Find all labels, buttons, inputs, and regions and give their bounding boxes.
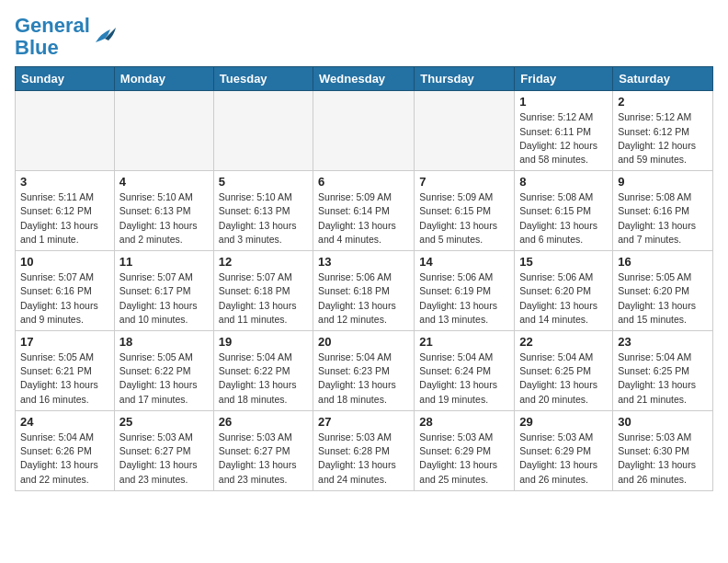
day-number: 4 — [119, 175, 209, 189]
calendar-cell: 21Sunrise: 5:04 AM Sunset: 6:24 PM Dayli… — [415, 331, 515, 411]
calendar-week-row: 1Sunrise: 5:12 AM Sunset: 6:11 PM Daylig… — [16, 91, 713, 171]
day-number: 25 — [119, 415, 209, 429]
calendar-cell: 12Sunrise: 5:07 AM Sunset: 6:18 PM Dayli… — [213, 251, 313, 331]
calendar-cell: 7Sunrise: 5:09 AM Sunset: 6:15 PM Daylig… — [415, 171, 515, 251]
calendar-cell: 24Sunrise: 5:04 AM Sunset: 6:26 PM Dayli… — [16, 410, 115, 490]
calendar-cell: 6Sunrise: 5:09 AM Sunset: 6:14 PM Daylig… — [313, 171, 415, 251]
weekday-header: Sunday — [16, 67, 115, 91]
day-number: 12 — [219, 255, 308, 269]
day-number: 17 — [20, 335, 109, 349]
day-info: Sunrise: 5:04 AM Sunset: 6:24 PM Dayligh… — [419, 350, 509, 407]
day-info: Sunrise: 5:07 AM Sunset: 6:17 PM Dayligh… — [119, 270, 209, 327]
day-info: Sunrise: 5:06 AM Sunset: 6:19 PM Dayligh… — [419, 270, 509, 327]
calendar-cell — [114, 91, 213, 171]
day-number: 15 — [519, 255, 608, 269]
calendar-cell: 1Sunrise: 5:12 AM Sunset: 6:11 PM Daylig… — [515, 91, 613, 171]
calendar-cell — [213, 91, 313, 171]
day-info: Sunrise: 5:09 AM Sunset: 6:14 PM Dayligh… — [318, 190, 409, 247]
day-info: Sunrise: 5:10 AM Sunset: 6:13 PM Dayligh… — [119, 190, 209, 247]
day-number: 10 — [20, 255, 109, 269]
day-number: 16 — [618, 255, 708, 269]
day-number: 13 — [318, 255, 409, 269]
calendar-cell: 17Sunrise: 5:05 AM Sunset: 6:21 PM Dayli… — [16, 331, 115, 411]
calendar-cell — [313, 91, 415, 171]
calendar-header-row: SundayMondayTuesdayWednesdayThursdayFrid… — [16, 67, 713, 91]
day-number: 24 — [20, 415, 109, 429]
day-number: 14 — [419, 255, 509, 269]
calendar-cell: 11Sunrise: 5:07 AM Sunset: 6:17 PM Dayli… — [114, 251, 213, 331]
calendar-cell: 8Sunrise: 5:08 AM Sunset: 6:15 PM Daylig… — [515, 171, 613, 251]
calendar-cell: 4Sunrise: 5:10 AM Sunset: 6:13 PM Daylig… — [114, 171, 213, 251]
day-info: Sunrise: 5:12 AM Sunset: 6:11 PM Dayligh… — [519, 110, 608, 167]
logo-bird-icon — [92, 26, 118, 48]
day-info: Sunrise: 5:07 AM Sunset: 6:16 PM Dayligh… — [20, 270, 109, 327]
calendar-cell: 22Sunrise: 5:04 AM Sunset: 6:25 PM Dayli… — [515, 331, 613, 411]
day-info: Sunrise: 5:08 AM Sunset: 6:16 PM Dayligh… — [618, 190, 708, 247]
weekday-header: Saturday — [613, 67, 713, 91]
weekday-header: Friday — [515, 67, 613, 91]
page-header: GeneralBlue — [15, 15, 713, 59]
day-number: 11 — [119, 255, 209, 269]
calendar-cell — [415, 91, 515, 171]
day-info: Sunrise: 5:09 AM Sunset: 6:15 PM Dayligh… — [419, 190, 509, 247]
day-info: Sunrise: 5:04 AM Sunset: 6:25 PM Dayligh… — [519, 350, 608, 407]
day-number: 3 — [20, 175, 109, 189]
day-info: Sunrise: 5:06 AM Sunset: 6:20 PM Dayligh… — [519, 270, 608, 327]
day-number: 20 — [318, 335, 409, 349]
day-info: Sunrise: 5:08 AM Sunset: 6:15 PM Dayligh… — [519, 190, 608, 247]
logo-text: GeneralBlue — [15, 15, 90, 59]
weekday-header: Tuesday — [213, 67, 313, 91]
day-info: Sunrise: 5:10 AM Sunset: 6:13 PM Dayligh… — [219, 190, 308, 247]
day-info: Sunrise: 5:06 AM Sunset: 6:18 PM Dayligh… — [318, 270, 409, 327]
calendar-week-row: 3Sunrise: 5:11 AM Sunset: 6:12 PM Daylig… — [16, 171, 713, 251]
day-number: 2 — [618, 95, 708, 109]
calendar-cell: 18Sunrise: 5:05 AM Sunset: 6:22 PM Dayli… — [114, 331, 213, 411]
calendar-cell: 15Sunrise: 5:06 AM Sunset: 6:20 PM Dayli… — [515, 251, 613, 331]
day-number: 29 — [519, 415, 608, 429]
day-number: 22 — [519, 335, 608, 349]
calendar-cell: 5Sunrise: 5:10 AM Sunset: 6:13 PM Daylig… — [213, 171, 313, 251]
weekday-header: Monday — [114, 67, 213, 91]
calendar-week-row: 24Sunrise: 5:04 AM Sunset: 6:26 PM Dayli… — [16, 410, 713, 490]
calendar-cell: 14Sunrise: 5:06 AM Sunset: 6:19 PM Dayli… — [415, 251, 515, 331]
calendar-cell: 26Sunrise: 5:03 AM Sunset: 6:27 PM Dayli… — [213, 410, 313, 490]
logo: GeneralBlue — [15, 15, 118, 59]
calendar-cell: 19Sunrise: 5:04 AM Sunset: 6:22 PM Dayli… — [213, 331, 313, 411]
day-number: 30 — [618, 415, 708, 429]
weekday-header: Thursday — [415, 67, 515, 91]
day-number: 28 — [419, 415, 509, 429]
calendar-cell: 29Sunrise: 5:03 AM Sunset: 6:29 PM Dayli… — [515, 410, 613, 490]
day-info: Sunrise: 5:03 AM Sunset: 6:29 PM Dayligh… — [419, 431, 509, 487]
day-number: 27 — [318, 415, 409, 429]
calendar-cell: 20Sunrise: 5:04 AM Sunset: 6:23 PM Dayli… — [313, 331, 415, 411]
calendar-cell: 28Sunrise: 5:03 AM Sunset: 6:29 PM Dayli… — [415, 410, 515, 490]
day-number: 5 — [219, 175, 308, 189]
calendar-cell: 13Sunrise: 5:06 AM Sunset: 6:18 PM Dayli… — [313, 251, 415, 331]
calendar-cell: 23Sunrise: 5:04 AM Sunset: 6:25 PM Dayli… — [613, 331, 713, 411]
day-info: Sunrise: 5:11 AM Sunset: 6:12 PM Dayligh… — [20, 190, 109, 247]
calendar-cell — [16, 91, 115, 171]
day-info: Sunrise: 5:03 AM Sunset: 6:27 PM Dayligh… — [219, 431, 308, 487]
calendar-cell: 3Sunrise: 5:11 AM Sunset: 6:12 PM Daylig… — [16, 171, 115, 251]
day-info: Sunrise: 5:12 AM Sunset: 6:12 PM Dayligh… — [618, 110, 708, 167]
day-info: Sunrise: 5:03 AM Sunset: 6:27 PM Dayligh… — [119, 431, 209, 487]
day-number: 23 — [618, 335, 708, 349]
day-info: Sunrise: 5:04 AM Sunset: 6:22 PM Dayligh… — [219, 350, 308, 407]
day-number: 6 — [318, 175, 409, 189]
calendar-cell: 25Sunrise: 5:03 AM Sunset: 6:27 PM Dayli… — [114, 410, 213, 490]
day-number: 19 — [219, 335, 308, 349]
calendar-table: SundayMondayTuesdayWednesdayThursdayFrid… — [15, 66, 713, 490]
day-info: Sunrise: 5:07 AM Sunset: 6:18 PM Dayligh… — [219, 270, 308, 327]
day-number: 26 — [219, 415, 308, 429]
calendar-cell: 16Sunrise: 5:05 AM Sunset: 6:20 PM Dayli… — [613, 251, 713, 331]
day-number: 7 — [419, 175, 509, 189]
day-info: Sunrise: 5:04 AM Sunset: 6:25 PM Dayligh… — [618, 350, 708, 407]
day-info: Sunrise: 5:05 AM Sunset: 6:22 PM Dayligh… — [119, 350, 209, 407]
calendar-cell: 10Sunrise: 5:07 AM Sunset: 6:16 PM Dayli… — [16, 251, 115, 331]
day-info: Sunrise: 5:04 AM Sunset: 6:23 PM Dayligh… — [318, 350, 409, 407]
weekday-header: Wednesday — [313, 67, 415, 91]
calendar-cell: 30Sunrise: 5:03 AM Sunset: 6:30 PM Dayli… — [613, 410, 713, 490]
day-number: 18 — [119, 335, 209, 349]
calendar-week-row: 17Sunrise: 5:05 AM Sunset: 6:21 PM Dayli… — [16, 331, 713, 411]
day-info: Sunrise: 5:03 AM Sunset: 6:29 PM Dayligh… — [519, 431, 608, 487]
